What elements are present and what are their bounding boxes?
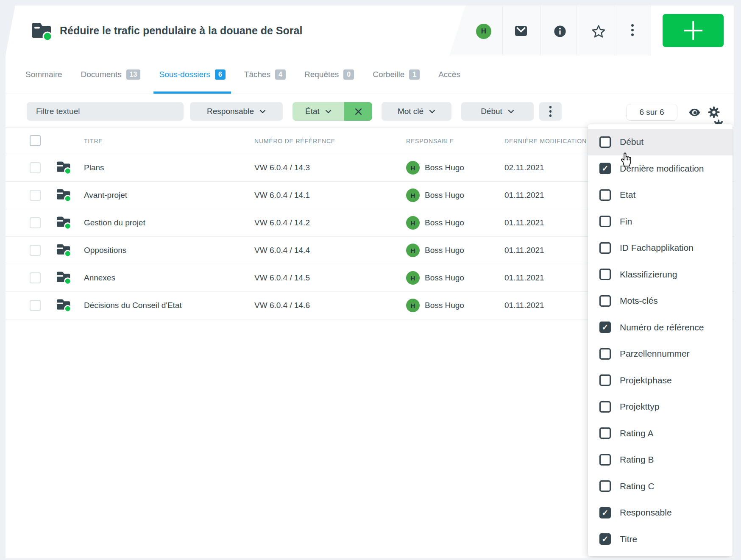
- column-menu-list: Début Dernière modification Etat Fin: [588, 129, 733, 552]
- tab-label: Requêtes: [304, 70, 339, 79]
- column-menu-item[interactable]: Rating C: [588, 473, 733, 500]
- column-menu-item[interactable]: Numéro de référence: [588, 314, 733, 341]
- column-menu-item[interactable]: ID Fachapplikation: [588, 235, 733, 261]
- debut-filter-dropdown[interactable]: Début: [461, 102, 534, 121]
- row-reference: VW 6.0.4 / 14.3: [254, 163, 310, 172]
- more-actions-button[interactable]: [631, 24, 634, 36]
- column-menu-item[interactable]: Klassifizierung: [588, 261, 733, 288]
- tab[interactable]: Sommaire: [25, 55, 62, 94]
- responsable-name: Boss Hugo: [425, 218, 464, 227]
- table-settings-button[interactable]: [708, 106, 720, 120]
- column-checkbox[interactable]: [599, 507, 611, 518]
- column-checkbox[interactable]: [599, 189, 611, 201]
- row-checkbox[interactable]: [30, 272, 41, 283]
- column-picker-panel: Début Dernière modification Etat Fin: [588, 124, 733, 556]
- column-header-responsable[interactable]: RESPONSABLE: [406, 128, 454, 154]
- column-checkbox[interactable]: [599, 269, 611, 280]
- info-button[interactable]: [553, 25, 567, 38]
- column-checkbox[interactable]: [599, 454, 611, 466]
- column-menu-item[interactable]: Mots-clés: [588, 288, 733, 314]
- responsable-avatar: H: [406, 161, 420, 175]
- text-filter[interactable]: [27, 102, 184, 121]
- column-menu-item[interactable]: Rating A: [588, 420, 733, 447]
- column-menu-item[interactable]: Projekttyp: [588, 394, 733, 420]
- column-menu-item[interactable]: Fin: [588, 208, 733, 235]
- tab[interactable]: Tâches 4: [244, 55, 286, 94]
- gear-icon: [708, 106, 720, 118]
- column-header-reference[interactable]: NUMÉRO DE RÉFÉRENCE: [254, 128, 335, 154]
- tab-count-badge: 4: [275, 69, 286, 80]
- row-reference: VW 6.0.4 / 14.2: [254, 218, 310, 227]
- subfolder-icon: [56, 298, 72, 313]
- etat-filter-active: État: [292, 102, 372, 121]
- more-filters-button[interactable]: [539, 102, 562, 121]
- add-button[interactable]: [663, 14, 724, 47]
- column-menu-label: Dernière modification: [620, 164, 704, 174]
- tab[interactable]: Documents 13: [81, 55, 141, 94]
- row-checkbox[interactable]: [30, 162, 41, 173]
- responsable-filter-dropdown[interactable]: Responsable: [190, 102, 283, 121]
- column-menu-item[interactable]: Parzellennummer: [588, 341, 733, 367]
- plus-icon: [692, 21, 694, 40]
- tab[interactable]: Requêtes 0: [304, 55, 354, 94]
- column-menu-item[interactable]: Titre: [588, 526, 733, 553]
- column-menu-item[interactable]: Responsable: [588, 499, 733, 526]
- column-checkbox[interactable]: [599, 163, 611, 174]
- row-date: 01.11.2021: [504, 246, 544, 255]
- row-responsable: H Boss Hugo: [406, 216, 464, 230]
- column-checkbox[interactable]: [599, 136, 611, 148]
- user-avatar[interactable]: H: [476, 24, 491, 39]
- chevron-down-icon: [429, 109, 435, 114]
- column-header-modification[interactable]: DERNIÈRE MODIFICATION: [504, 128, 587, 154]
- favorite-button[interactable]: [591, 24, 606, 39]
- dossier-folder-icon: [30, 21, 53, 42]
- column-checkbox[interactable]: [599, 242, 611, 254]
- etat-filter-clear-button[interactable]: [344, 102, 372, 121]
- tab-count-badge: 13: [126, 69, 141, 80]
- clear-x-icon: [354, 108, 362, 116]
- select-all-checkbox[interactable]: [30, 135, 41, 146]
- column-checkbox[interactable]: [599, 401, 611, 413]
- column-menu-label: Rating C: [620, 481, 655, 491]
- visibility-button[interactable]: [688, 106, 701, 120]
- column-checkbox[interactable]: [599, 480, 611, 492]
- row-checkbox[interactable]: [30, 217, 41, 228]
- column-menu-label: Responsable: [620, 507, 672, 518]
- tab[interactable]: Corbeille 1: [373, 55, 420, 94]
- kebab-icon: [549, 106, 552, 117]
- column-checkbox[interactable]: [599, 322, 611, 333]
- kebab-icon: [631, 33, 634, 36]
- column-checkbox[interactable]: [599, 533, 611, 545]
- column-menu-label: Fin: [620, 216, 632, 227]
- row-date: 01.11.2021: [504, 301, 544, 310]
- column-menu-label: Mots-clés: [620, 296, 658, 306]
- column-checkbox[interactable]: [599, 348, 611, 360]
- row-checkbox[interactable]: [30, 190, 41, 201]
- column-checkbox[interactable]: [599, 374, 611, 386]
- column-checkbox[interactable]: [599, 427, 611, 439]
- column-menu-label: Klassifizierung: [620, 269, 677, 280]
- header-actions: H: [449, 6, 734, 55]
- mot-cle-filter-dropdown[interactable]: Mot clé: [382, 102, 451, 121]
- etat-filter-dropdown[interactable]: État: [292, 102, 344, 121]
- column-menu-item[interactable]: Projektphase: [588, 367, 733, 394]
- mail-button[interactable]: [514, 25, 528, 37]
- column-checkbox[interactable]: [599, 295, 611, 307]
- column-checkbox[interactable]: [599, 216, 611, 227]
- tab[interactable]: Sous-dossiers 6: [159, 55, 225, 94]
- row-checkbox[interactable]: [30, 300, 41, 311]
- row-checkbox[interactable]: [30, 245, 41, 256]
- column-menu-item[interactable]: Etat: [588, 182, 733, 208]
- tab-label: Corbeille: [373, 70, 404, 79]
- page-header: Réduire le trafic pendulaire à la douane…: [6, 6, 734, 55]
- responsable-name: Boss Hugo: [425, 273, 464, 283]
- column-menu-item[interactable]: Début: [588, 129, 733, 155]
- subfolder-icon: [56, 270, 72, 286]
- tab[interactable]: Accès: [438, 55, 460, 94]
- text-filter-input[interactable]: [35, 106, 175, 116]
- column-menu-item[interactable]: Dernière modification: [588, 155, 733, 182]
- responsable-avatar: H: [406, 299, 420, 312]
- column-menu-label: Projekttyp: [620, 402, 659, 412]
- column-menu-item[interactable]: Rating B: [588, 446, 733, 473]
- column-header-titre[interactable]: TITRE: [84, 128, 103, 154]
